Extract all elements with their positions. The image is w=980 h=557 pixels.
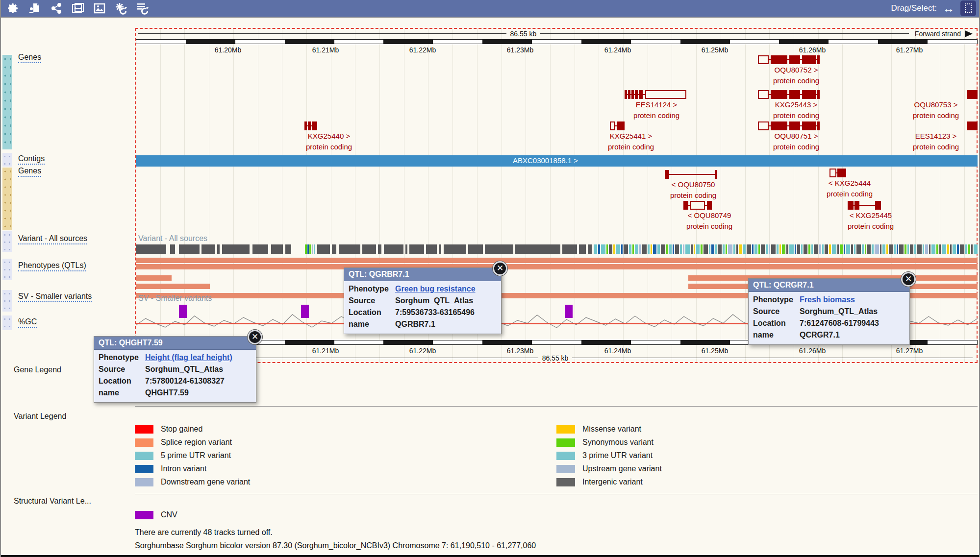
gene-glyph[interactable] bbox=[665, 170, 717, 179]
gene-glyph[interactable] bbox=[758, 90, 820, 99]
phenotype-link[interactable]: Green bug resistance bbox=[395, 285, 497, 293]
gene-glyph[interactable] bbox=[625, 90, 686, 99]
field-value: QCRGR7.1 bbox=[800, 331, 905, 339]
gene-name-label[interactable]: < OQU80749 bbox=[688, 211, 731, 219]
gene-glyph[interactable] bbox=[829, 169, 846, 177]
configure-page-icon[interactable] bbox=[7, 2, 20, 15]
select-tool-icon[interactable] bbox=[960, 0, 976, 16]
sidebar-track-label[interactable]: Variant - All sources bbox=[18, 234, 87, 244]
variant-segment bbox=[439, 244, 441, 254]
resize-image-icon[interactable] bbox=[72, 2, 84, 15]
close-icon[interactable]: ✕ bbox=[493, 261, 507, 276]
gene-exon bbox=[690, 201, 705, 210]
popup-body: PhenotypeFresh biomass SourceSorghum_QTL… bbox=[749, 292, 909, 344]
gene-exon bbox=[848, 201, 854, 210]
sidebar-track-label[interactable]: Phenotypes (QTLs) bbox=[18, 261, 86, 271]
variant-density-bar[interactable] bbox=[136, 244, 978, 254]
contigs-track-handle[interactable] bbox=[2, 153, 12, 167]
gene-name-label[interactable]: < KXG25444 bbox=[829, 179, 871, 187]
variant-track-handle[interactable] bbox=[2, 231, 12, 252]
popup-title[interactable]: QTL: QHGHT7.59 bbox=[94, 337, 256, 350]
gene-glyph[interactable] bbox=[758, 55, 820, 64]
gene-name-label[interactable]: < KXG25445 bbox=[850, 211, 892, 219]
gene-name-label[interactable]: KXG25441 > bbox=[610, 132, 652, 140]
popup-title[interactable]: QTL: QGRBR7.1 bbox=[344, 268, 501, 281]
qtl-popup-qgrbr[interactable]: QTL: QGRBR7.1 PhenotypeGreen bug resista… bbox=[344, 267, 502, 334]
qtl-feature-bar[interactable] bbox=[136, 264, 978, 269]
qtl-popup-qhght[interactable]: QTL: QHGHT7.59 PhenotypeHeight (flag lea… bbox=[94, 336, 256, 403]
sidebar-track-label[interactable]: Contigs bbox=[18, 154, 45, 165]
variant-segment bbox=[601, 244, 605, 254]
gene-name-label[interactable]: OQU80753 > bbox=[914, 100, 958, 109]
variant-segment bbox=[271, 244, 283, 254]
qtl-popup-qcrgr[interactable]: QTL: QCRGR7.1 PhenotypeFresh biomass Sou… bbox=[748, 278, 910, 345]
variant-segment bbox=[733, 244, 735, 254]
gene-name-label[interactable]: OQU80751 > bbox=[775, 132, 818, 140]
gene-glyph[interactable] bbox=[848, 201, 881, 210]
variant-segment bbox=[875, 244, 879, 254]
gene-biotype-label: protein coding bbox=[633, 111, 679, 120]
qtl-feature-bar[interactable] bbox=[136, 275, 172, 281]
legend-label: 3 prime UTR variant bbox=[582, 451, 653, 460]
reset-track-order-icon[interactable] bbox=[136, 2, 149, 15]
ruler-tick-label: 61.21Mb bbox=[312, 46, 339, 54]
variant-segment bbox=[616, 244, 620, 254]
export-image-icon[interactable] bbox=[93, 2, 106, 15]
gene-glyph[interactable] bbox=[304, 121, 317, 130]
variant-segment bbox=[252, 244, 268, 254]
reset-configuration-icon[interactable] bbox=[115, 2, 127, 15]
sidebar-section-label: Structural Variant Le... bbox=[14, 497, 91, 506]
custom-data-icon[interactable] bbox=[28, 2, 41, 15]
ruler-tick-label: 61.22Mb bbox=[409, 347, 436, 355]
field-value: 7:57800124-61308327 bbox=[145, 377, 251, 386]
sidebar-track-label[interactable]: SV - Smaller variants bbox=[18, 292, 92, 302]
gene-glyph[interactable] bbox=[967, 90, 978, 99]
variant-segment bbox=[886, 244, 888, 254]
gene-glyph[interactable] bbox=[610, 121, 625, 130]
gene-glyph[interactable] bbox=[683, 201, 712, 210]
variant-segment bbox=[789, 244, 794, 254]
gene-glyph[interactable] bbox=[967, 121, 978, 130]
sidebar-track-label[interactable]: %GC bbox=[18, 317, 37, 328]
field-label: Phenotype bbox=[753, 295, 800, 304]
close-icon[interactable]: ✕ bbox=[248, 330, 262, 344]
variant-segment bbox=[771, 244, 776, 254]
variant-segment bbox=[968, 244, 970, 254]
gene-name-label[interactable]: OQU80752 > bbox=[775, 66, 818, 74]
gene-exon bbox=[771, 55, 787, 64]
gene-name-label[interactable]: EES14123 > bbox=[915, 132, 957, 140]
gene-name-label[interactable]: < OQU80750 bbox=[672, 180, 715, 189]
field-label: Phenotype bbox=[99, 353, 145, 362]
qtl-track-handle[interactable] bbox=[2, 259, 12, 280]
qtl-feature-bar[interactable] bbox=[136, 284, 210, 289]
qtl-feature-bar[interactable] bbox=[136, 258, 978, 263]
gene-glyph[interactable] bbox=[758, 121, 820, 130]
share-icon[interactable] bbox=[50, 2, 63, 15]
ruler-segment bbox=[334, 340, 384, 344]
phenotype-link[interactable]: Fresh biomass bbox=[800, 295, 905, 304]
sidebar-track-label[interactable]: Genes bbox=[18, 53, 41, 63]
variant-segment bbox=[613, 244, 615, 254]
field-label: Location bbox=[349, 308, 395, 317]
gene-name-label[interactable]: EES14124 > bbox=[636, 100, 678, 109]
phenotype-link[interactable]: Height (flag leaf height) bbox=[145, 353, 251, 362]
gene-name-label[interactable]: KXG25440 > bbox=[308, 132, 350, 140]
genes-track-handle[interactable] bbox=[2, 55, 12, 149]
window-bottom-border bbox=[1, 555, 980, 557]
gc-track-handle[interactable] bbox=[2, 315, 12, 330]
variant-segment bbox=[339, 244, 360, 254]
drag-tool-icon[interactable]: ↔ bbox=[943, 2, 955, 14]
gene-exon bbox=[789, 121, 800, 130]
contig-bar[interactable]: ABXC03001858.1 > bbox=[136, 155, 978, 167]
sv-track-handle[interactable] bbox=[2, 290, 12, 312]
variant-segment bbox=[882, 244, 885, 254]
gene-exon bbox=[789, 55, 800, 64]
close-icon[interactable]: ✕ bbox=[901, 272, 916, 287]
genes-reverse-track-handle[interactable] bbox=[2, 168, 12, 230]
sidebar-track-label[interactable]: Genes bbox=[18, 167, 41, 177]
ruler-segment bbox=[532, 340, 581, 344]
gene-name-label[interactable]: KXG25443 > bbox=[775, 100, 817, 109]
variant-segment bbox=[752, 244, 754, 254]
popup-title[interactable]: QTL: QCRGR7.1 bbox=[749, 279, 909, 292]
variant-segment bbox=[711, 244, 714, 254]
